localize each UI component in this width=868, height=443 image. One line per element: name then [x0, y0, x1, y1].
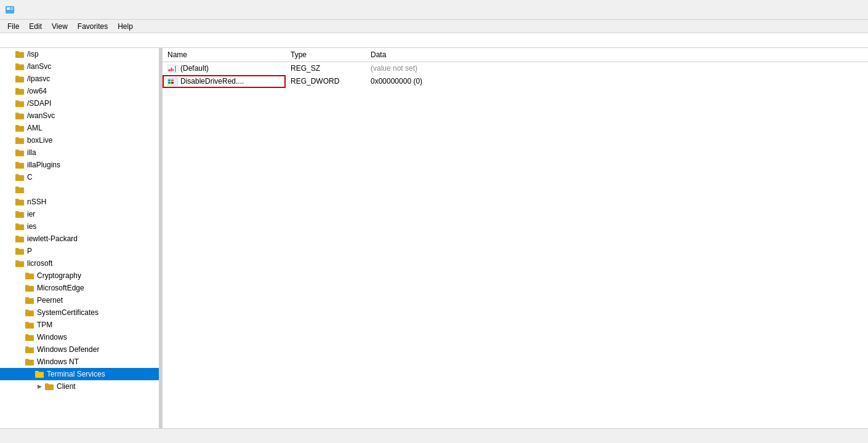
svg-rect-3: [10, 9, 13, 10]
tree-item[interactable]: boxLive: [0, 134, 159, 146]
tree-item[interactable]: Cryptography: [0, 269, 159, 282]
menu-view[interactable]: View: [47, 21, 73, 32]
tree-item-label: P: [27, 247, 32, 255]
folder-icon: [34, 370, 44, 378]
maximize-button[interactable]: [805, 0, 834, 20]
tree-item-label: licrosoft: [27, 259, 52, 268]
menu-file[interactable]: File: [2, 21, 24, 32]
folder-icon: [25, 345, 34, 354]
tree-item[interactable]: /lpasvc: [0, 73, 159, 85]
tree-item[interactable]: Windows NT: [0, 356, 159, 368]
tree-item[interactable]: /ow64: [0, 85, 159, 97]
value-type: REG_DWORD: [286, 75, 366, 88]
tree-item-label: /wanSvc: [27, 111, 55, 120]
tree-item[interactable]: /lanSvc: [0, 60, 159, 73]
folder-icon: [25, 333, 34, 341]
tree-item[interactable]: Windows Defender: [0, 343, 159, 356]
tree-item-label: SystemCertificates: [37, 308, 98, 317]
window-controls: [776, 0, 863, 20]
svg-rect-1: [7, 7, 10, 10]
reg-sz-icon: ab: [167, 64, 180, 73]
folder-icon: [44, 382, 54, 391]
tree-item[interactable]: ies: [0, 220, 159, 233]
menu-help[interactable]: Help: [113, 21, 138, 32]
minimize-button[interactable]: [776, 0, 804, 20]
folder-icon: [15, 198, 25, 206]
folder-icon: [15, 62, 25, 71]
tree-item[interactable]: P: [0, 245, 159, 257]
tree-item-label: /lpasvc: [27, 74, 50, 83]
tree-item[interactable]: iewlett-Packard: [0, 233, 159, 245]
svg-rect-11: [171, 82, 174, 84]
col-header-name: Name: [163, 48, 286, 62]
tree-item[interactable]: /SDAPI: [0, 97, 159, 110]
folder-icon: [25, 296, 34, 305]
svg-rect-9: [171, 79, 174, 81]
folder-icon: [25, 284, 34, 292]
tree-item[interactable]: ▶ Client: [0, 380, 159, 393]
svg-rect-10: [168, 82, 171, 84]
menu-bar: File Edit View Favorites Help: [0, 20, 868, 33]
svg-rect-8: [168, 79, 171, 81]
tree-item[interactable]: illaPlugins: [0, 159, 159, 171]
value-name-text: DisableDriveRed....: [180, 77, 244, 86]
svg-rect-0: [6, 6, 14, 14]
folder-icon: [25, 271, 34, 280]
tree-item[interactable]: Peernet: [0, 294, 159, 306]
tree-item[interactable]: illa: [0, 146, 159, 159]
tree-item-label: Windows Defender: [37, 345, 99, 354]
value-name: ab (Default): [163, 62, 286, 75]
folder-icon: [15, 74, 25, 83]
expand-arrow-icon: ▶: [34, 383, 44, 389]
tree-item-label: Cryptography: [37, 271, 81, 280]
address-bar: [0, 33, 868, 48]
folder-icon: [15, 99, 25, 108]
tree-item-label: TPM: [37, 321, 52, 329]
tree-item[interactable]: Terminal Services: [0, 368, 159, 380]
menu-favorites[interactable]: Favorites: [73, 21, 113, 32]
tree-item[interactable]: Windows: [0, 331, 159, 343]
values-panel[interactable]: Name Type Data ab (Default)REG_SZ(value …: [163, 48, 868, 428]
tree-item-label: iewlett-Packard: [27, 234, 78, 243]
tree-item[interactable]: licrosoft: [0, 257, 159, 269]
tree-panel[interactable]: /isp /lanSvc /lpasvc /ow64 /SDAPI /wanSv…: [0, 48, 160, 428]
close-button[interactable]: [835, 0, 863, 20]
main-layout: /isp /lanSvc /lpasvc /ow64 /SDAPI /wanSv…: [0, 48, 868, 428]
tree-item[interactable]: SystemCertificates: [0, 306, 159, 319]
folder-icon: [15, 161, 25, 169]
folder-icon: [25, 308, 34, 317]
svg-rect-2: [10, 7, 13, 9]
table-row[interactable]: DisableDriveRed....REG_DWORD0x00000000 (…: [163, 75, 868, 88]
tree-item[interactable]: nSSH: [0, 196, 159, 208]
folder-icon: [15, 259, 25, 268]
folder-icon: [15, 185, 25, 194]
table-row[interactable]: ab (Default)REG_SZ(value not set): [163, 62, 868, 75]
value-data: (value not set): [366, 62, 868, 75]
tree-item[interactable]: /wanSvc: [0, 110, 159, 122]
title-bar: [0, 0, 868, 20]
tree-item[interactable]: /isp: [0, 48, 159, 60]
tree-item[interactable]: C: [0, 171, 159, 183]
folder-icon: [15, 111, 25, 120]
tree-item-label: /SDAPI: [27, 99, 51, 108]
folder-icon: [15, 124, 25, 132]
tree-item-label: illaPlugins: [27, 161, 60, 169]
tree-item[interactable]: AML: [0, 122, 159, 134]
tree-item-label: Terminal Services: [47, 370, 105, 378]
folder-icon: [15, 173, 25, 182]
tree-item-label: illa: [27, 148, 36, 157]
tree-item[interactable]: ier: [0, 208, 159, 220]
folder-icon: [15, 234, 25, 243]
values-table: Name Type Data ab (Default)REG_SZ(value …: [163, 48, 868, 88]
folder-icon: [25, 321, 34, 329]
col-header-data: Data: [366, 48, 868, 62]
value-name: DisableDriveRed....: [163, 75, 286, 88]
folder-icon: [15, 148, 25, 157]
tree-item-label: /lanSvc: [27, 62, 51, 71]
tree-item[interactable]: [0, 183, 159, 196]
tree-item-label: ier: [27, 210, 35, 218]
tree-item[interactable]: MicrosoftEdge: [0, 282, 159, 294]
menu-edit[interactable]: Edit: [24, 21, 47, 32]
tree-item[interactable]: TPM: [0, 319, 159, 331]
tree-item-label: Peernet: [37, 296, 63, 305]
